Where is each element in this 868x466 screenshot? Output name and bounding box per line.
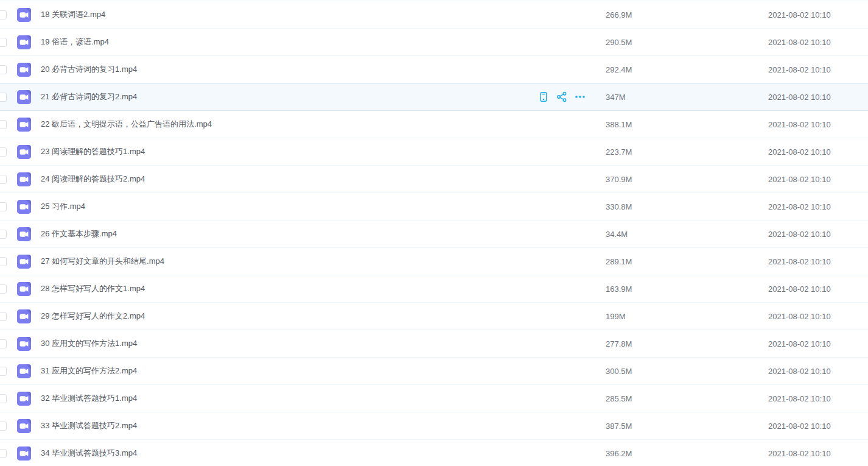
row-checkbox[interactable] xyxy=(0,202,7,211)
video-file-icon xyxy=(17,282,31,296)
file-size: 292.4M xyxy=(606,65,768,74)
row-checkbox[interactable] xyxy=(0,422,7,431)
file-date: 2021-08-02 10:10 xyxy=(768,93,868,102)
file-name[interactable]: 26 作文基本步骤.mp4 xyxy=(41,228,606,239)
file-name[interactable]: 31 应用文的写作方法2.mp4 xyxy=(41,365,606,376)
file-row[interactable]: 28 怎样写好写人的作文1.mp4 163.9M 2021-08-02 10:1… xyxy=(0,275,868,303)
file-row[interactable]: 27 如何写好文章的开头和结尾.mp4 289.1M 2021-08-02 10… xyxy=(0,248,868,275)
file-date: 2021-08-02 10:10 xyxy=(768,394,868,403)
file-date: 2021-08-02 10:10 xyxy=(768,339,868,348)
file-row[interactable]: 23 阅读理解的答题技巧1.mp4 223.7M 2021-08-02 10:1… xyxy=(0,138,868,166)
file-row[interactable]: 19 俗语，谚语.mp4 290.5M 2021-08-02 10:10 xyxy=(0,29,868,56)
file-row[interactable]: 20 必背古诗词的复习1.mp4 292.4M 2021-08-02 10:10 xyxy=(0,56,868,83)
video-file-icon xyxy=(17,118,31,132)
row-checkbox[interactable] xyxy=(0,230,7,239)
video-file-icon xyxy=(17,255,31,269)
file-size: 388.1M xyxy=(606,120,768,129)
file-date: 2021-08-02 10:10 xyxy=(768,120,868,129)
file-size: 285.5M xyxy=(606,394,768,403)
file-name[interactable]: 32 毕业测试答题技巧1.mp4 xyxy=(41,393,606,404)
file-name[interactable]: 20 必背古诗词的复习1.mp4 xyxy=(41,64,606,75)
file-size: 370.9M xyxy=(606,175,768,184)
file-size: 387.5M xyxy=(606,422,768,431)
file-list: 18 关联词语2.mp4 266.9M 2021-08-02 10:10 19 … xyxy=(0,0,868,466)
file-name[interactable]: 19 俗语，谚语.mp4 xyxy=(41,37,606,48)
row-checkbox[interactable] xyxy=(0,65,7,74)
row-checkbox[interactable] xyxy=(0,284,7,294)
file-size: 290.5M xyxy=(606,38,768,47)
file-size: 347M xyxy=(606,93,768,102)
file-name[interactable]: 25 习作.mp4 xyxy=(41,201,606,212)
row-checkbox[interactable] xyxy=(0,367,7,376)
video-file-icon xyxy=(17,227,31,241)
video-file-icon xyxy=(17,145,31,159)
file-row[interactable]: 18 关联词语2.mp4 266.9M 2021-08-02 10:10 xyxy=(0,1,868,29)
file-date: 2021-08-02 10:10 xyxy=(768,147,868,157)
file-size: 34.4M xyxy=(606,230,768,239)
file-row[interactable]: 32 毕业测试答题技巧1.mp4 285.5M 2021-08-02 10:10 xyxy=(0,385,868,412)
file-size: 277.8M xyxy=(606,339,768,348)
file-date: 2021-08-02 10:10 xyxy=(768,367,868,376)
video-file-icon xyxy=(17,63,31,77)
file-date: 2021-08-02 10:10 xyxy=(768,10,868,19)
file-name[interactable]: 33 毕业测试答题技巧2.mp4 xyxy=(41,420,606,431)
file-size: 163.9M xyxy=(606,284,768,294)
video-file-icon xyxy=(17,364,31,378)
row-checkbox[interactable] xyxy=(0,449,7,458)
file-row[interactable]: 21 必背古诗词的复习2.mp4 xyxy=(0,83,868,111)
row-checkbox[interactable] xyxy=(0,175,7,184)
device-phone-download-icon[interactable] xyxy=(538,91,549,102)
video-file-icon xyxy=(17,8,31,22)
video-file-icon xyxy=(17,172,31,186)
row-checkbox[interactable] xyxy=(0,312,7,321)
file-size: 199M xyxy=(606,312,768,321)
file-date: 2021-08-02 10:10 xyxy=(768,422,868,431)
row-checkbox[interactable] xyxy=(0,120,7,129)
file-name[interactable]: 24 阅读理解的答题技巧2.mp4 xyxy=(41,174,606,185)
file-date: 2021-08-02 10:10 xyxy=(768,202,868,211)
video-file-icon xyxy=(17,337,31,351)
file-size: 223.7M xyxy=(606,147,768,157)
file-size: 300.5M xyxy=(606,367,768,376)
file-name[interactable]: 28 怎样写好写人的作文1.mp4 xyxy=(41,283,606,294)
row-checkbox[interactable] xyxy=(0,339,7,348)
file-date: 2021-08-02 10:10 xyxy=(768,65,868,74)
row-checkbox[interactable] xyxy=(0,93,7,102)
file-size: 289.1M xyxy=(606,257,768,266)
file-row[interactable]: 34 毕业测试答题技巧3.mp4 396.2M 2021-08-02 10:10 xyxy=(0,440,868,466)
video-file-icon xyxy=(17,200,31,214)
video-file-icon xyxy=(17,447,31,461)
file-date: 2021-08-02 10:10 xyxy=(768,257,868,266)
file-name[interactable]: 23 阅读理解的答题技巧1.mp4 xyxy=(41,146,606,157)
file-name[interactable]: 21 必背古诗词的复习2.mp4 xyxy=(41,91,528,102)
file-row[interactable]: 31 应用文的写作方法2.mp4 300.5M 2021-08-02 10:10 xyxy=(0,358,868,385)
file-date: 2021-08-02 10:10 xyxy=(768,175,868,184)
file-row[interactable]: 29 怎样写好写人的作文2.mp4 199M 2021-08-02 10:10 xyxy=(0,303,868,330)
row-checkbox[interactable] xyxy=(0,394,7,403)
video-file-icon xyxy=(17,419,31,433)
share-nodes-icon[interactable] xyxy=(556,91,567,102)
file-name[interactable]: 34 毕业测试答题技巧3.mp4 xyxy=(41,448,606,459)
file-name[interactable]: 27 如何写好文章的开头和结尾.mp4 xyxy=(41,256,606,267)
video-file-icon xyxy=(17,392,31,406)
file-row[interactable]: 26 作文基本步骤.mp4 34.4M 2021-08-02 10:10 xyxy=(0,221,868,248)
file-date: 2021-08-02 10:10 xyxy=(768,38,868,47)
file-date: 2021-08-02 10:10 xyxy=(768,312,868,321)
file-row[interactable]: 33 毕业测试答题技巧2.mp4 387.5M 2021-08-02 10:10 xyxy=(0,412,868,440)
row-checkbox[interactable] xyxy=(0,257,7,266)
file-name[interactable]: 30 应用文的写作方法1.mp4 xyxy=(41,338,606,349)
file-row[interactable]: 30 应用文的写作方法1.mp4 277.8M 2021-08-02 10:10 xyxy=(0,330,868,358)
file-row[interactable]: 24 阅读理解的答题技巧2.mp4 370.9M 2021-08-02 10:1… xyxy=(0,166,868,193)
more-ellipsis-icon[interactable] xyxy=(575,91,586,102)
row-checkbox[interactable] xyxy=(0,147,7,157)
file-name[interactable]: 18 关联词语2.mp4 xyxy=(41,9,606,20)
file-name[interactable]: 22 歇后语，文明提示语，公益广告语的用法.mp4 xyxy=(41,119,606,130)
file-row[interactable]: 22 歇后语，文明提示语，公益广告语的用法.mp4 388.1M 2021-08… xyxy=(0,111,868,138)
row-checkbox[interactable] xyxy=(0,38,7,47)
file-rows: 18 关联词语2.mp4 266.9M 2021-08-02 10:10 19 … xyxy=(0,1,868,466)
video-file-icon xyxy=(17,309,31,323)
file-date: 2021-08-02 10:10 xyxy=(768,284,868,294)
row-checkbox[interactable] xyxy=(0,10,7,19)
file-row[interactable]: 25 习作.mp4 330.8M 2021-08-02 10:10 xyxy=(0,193,868,221)
file-name[interactable]: 29 怎样写好写人的作文2.mp4 xyxy=(41,311,606,322)
